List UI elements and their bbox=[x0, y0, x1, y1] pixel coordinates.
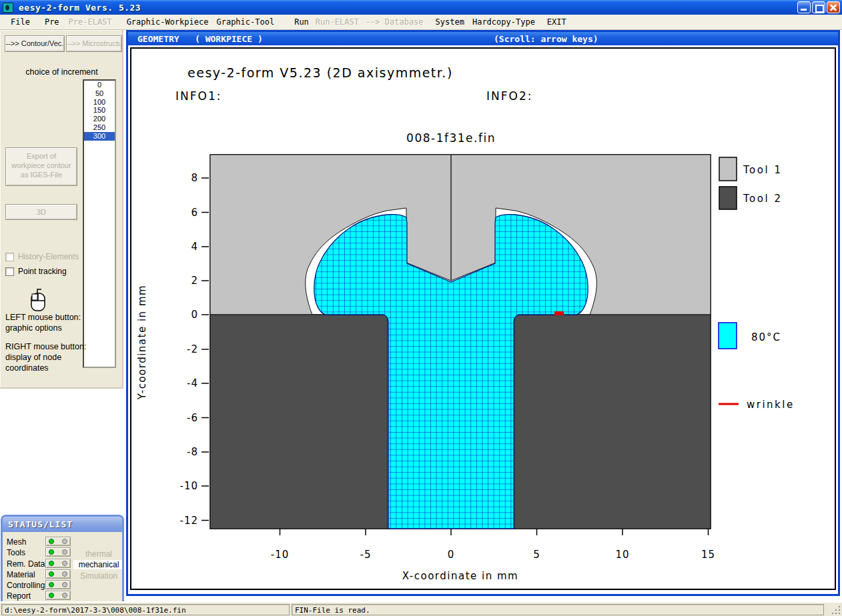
status-row-material: Material bbox=[7, 570, 47, 580]
svg-text:15: 15 bbox=[701, 549, 715, 561]
history-elements-checkbox: History-Elements bbox=[5, 252, 79, 261]
tool2-region-right bbox=[514, 315, 711, 529]
info2-label: INFO2: bbox=[486, 89, 532, 103]
status-list-title: STATUS/LIST bbox=[3, 517, 122, 532]
y-axis-title: Y-coordinate in mm bbox=[136, 285, 148, 400]
green-led-icon bbox=[49, 539, 54, 544]
gray-led-icon bbox=[62, 539, 67, 544]
increment-option[interactable]: 0 bbox=[84, 81, 115, 89]
led-button-mesh[interactable] bbox=[45, 537, 71, 546]
gray-led-icon bbox=[62, 561, 67, 566]
y-axis-labels: 8 6 4 2 0 -2 -4 -6 -8 -10 -12 bbox=[180, 172, 199, 527]
resize-grip-icon[interactable] bbox=[831, 605, 841, 615]
minimize-button[interactable] bbox=[797, 1, 811, 13]
title-bar: eesy-2-form Vers. 5.23 bbox=[0, 0, 842, 15]
legend-tool1-label: Tool 1 bbox=[743, 164, 782, 176]
graphics-window: GEOMETRY ( WORKPIECE ) (Scroll: arrow ke… bbox=[126, 30, 840, 596]
svg-text:4: 4 bbox=[191, 241, 198, 253]
menu-item-file[interactable]: File bbox=[11, 17, 30, 27]
mouse-icon bbox=[28, 287, 51, 313]
y-axis-ticks bbox=[201, 178, 209, 521]
plot-filename: 008-1f31e.fin bbox=[406, 131, 496, 145]
menu-item-graphic-workpiece[interactable]: Graphic-Workpiece bbox=[127, 17, 209, 27]
gray-led-icon bbox=[62, 582, 67, 587]
mode-thermal[interactable]: thermal bbox=[73, 549, 124, 559]
svg-text:-6: -6 bbox=[187, 412, 198, 424]
increment-label: choice of increment bbox=[0, 67, 123, 77]
menu-item-exit[interactable]: EXIT bbox=[547, 17, 566, 27]
checkbox-box[interactable] bbox=[5, 267, 14, 276]
control-panel: -->> Contour/Vec. -->> Microstructure ch… bbox=[0, 30, 123, 389]
green-led-icon bbox=[49, 571, 54, 577]
svg-text:6: 6 bbox=[191, 207, 198, 219]
increment-option-selected[interactable]: 300 bbox=[84, 132, 115, 141]
increment-option[interactable]: 50 bbox=[84, 89, 115, 98]
x-axis-labels: -10 -5 0 5 10 15 bbox=[271, 549, 715, 561]
increment-option[interactable]: 200 bbox=[84, 115, 115, 123]
increment-option[interactable]: 150 bbox=[84, 106, 115, 115]
x-axis-ticks bbox=[280, 529, 709, 535]
menu-item-graphic-tool[interactable]: Graphic-Tool bbox=[216, 17, 274, 27]
tool2-region-left bbox=[210, 315, 388, 529]
menu-item-pre[interactable]: Pre bbox=[45, 17, 59, 27]
gray-led-icon bbox=[62, 571, 67, 577]
contour-vec-button[interactable]: -->> Contour/Vec. bbox=[5, 35, 65, 52]
svg-text:-12: -12 bbox=[180, 515, 199, 527]
status-row-mesh: Mesh bbox=[7, 537, 47, 547]
caption-workpiece: ( WORKPIECE ) bbox=[195, 34, 263, 44]
mouse-right-help: RIGHT mouse button: display of node coor… bbox=[5, 341, 92, 373]
led-button-controlling[interactable] bbox=[45, 580, 71, 589]
status-list-panel: STATUS/LIST Mesh Tools Rem. Data Materia… bbox=[1, 515, 124, 601]
increment-option[interactable]: 250 bbox=[84, 123, 115, 132]
led-button-report[interactable] bbox=[45, 591, 71, 600]
status-row-controlling: Controlling bbox=[7, 581, 47, 591]
plot-canvas[interactable]: eesy-2-form V5.23 (2D axisymmetr.) INFO1… bbox=[130, 47, 836, 590]
mode-mechanical[interactable]: mechanical bbox=[73, 560, 124, 569]
menu-item-pre-elast: Pre-ELAST bbox=[69, 17, 112, 27]
gray-led-icon bbox=[62, 593, 67, 598]
point-tracking-checkbox[interactable]: Point tracking bbox=[5, 267, 67, 276]
plot-title: eesy-2-form V5.23 (2D axisymmetr.) bbox=[187, 65, 453, 80]
green-led-icon bbox=[49, 549, 54, 555]
led-button-material[interactable] bbox=[45, 569, 71, 579]
svg-text:10: 10 bbox=[615, 549, 629, 561]
increment-option[interactable]: 100 bbox=[84, 98, 115, 107]
threed-button: 3D bbox=[5, 204, 77, 220]
svg-text:-8: -8 bbox=[187, 446, 198, 458]
legend-temperature-label: 80°C bbox=[751, 331, 781, 343]
menu-bar: File Pre Pre-ELAST Graphic-Workpiece Gra… bbox=[0, 15, 842, 30]
svg-text:0: 0 bbox=[448, 549, 455, 561]
svg-text:2: 2 bbox=[191, 275, 198, 287]
svg-text:8: 8 bbox=[191, 172, 198, 184]
info1-label: INFO1: bbox=[175, 89, 222, 103]
gray-led-icon bbox=[62, 549, 67, 555]
close-button[interactable] bbox=[827, 1, 840, 13]
caption-geometry: GEOMETRY bbox=[137, 34, 179, 44]
mouse-left-help: LEFT mouse button: graphic options bbox=[5, 312, 92, 333]
svg-text:-2: -2 bbox=[187, 343, 198, 355]
legend-tool1-swatch bbox=[719, 157, 737, 181]
menu-item-run[interactable]: Run bbox=[294, 17, 309, 27]
svg-text:0: 0 bbox=[191, 309, 198, 321]
green-led-icon bbox=[49, 561, 54, 566]
mode-simulation[interactable]: Simulation bbox=[73, 571, 124, 581]
geometry-plot[interactable]: eesy-2-form V5.23 (2D axisymmetr.) INFO1… bbox=[131, 49, 835, 589]
legend-tool2-swatch bbox=[719, 187, 737, 209]
status-row-rem-data: Rem. Data bbox=[7, 559, 47, 569]
app-icon bbox=[3, 3, 13, 13]
caption-scroll-hint: (Scroll: arrow keys) bbox=[494, 34, 598, 44]
led-button-tools[interactable] bbox=[45, 547, 71, 557]
svg-text:-10: -10 bbox=[271, 549, 290, 561]
legend-temperature-swatch bbox=[719, 323, 737, 349]
checkbox-box bbox=[5, 253, 14, 261]
statusbar-file-path: d:\eesy-2-form\2017-3-3\008\008-1f31e.fi… bbox=[1, 604, 290, 615]
led-button-rem-data[interactable] bbox=[45, 559, 71, 568]
menu-item-database: --> Database bbox=[366, 17, 424, 27]
svg-text:-5: -5 bbox=[360, 549, 372, 561]
window-title: eesy-2-form Vers. 5.23 bbox=[19, 3, 141, 13]
maximize-button[interactable] bbox=[812, 1, 825, 13]
menu-item-system[interactable]: System bbox=[436, 17, 464, 27]
svg-text:-10: -10 bbox=[180, 480, 199, 492]
menu-item-hardcopy-type[interactable]: Hardcopy-Type bbox=[472, 17, 535, 27]
status-bar: d:\eesy-2-form\2017-3-3\008\008-1f31e.fi… bbox=[0, 602, 842, 616]
